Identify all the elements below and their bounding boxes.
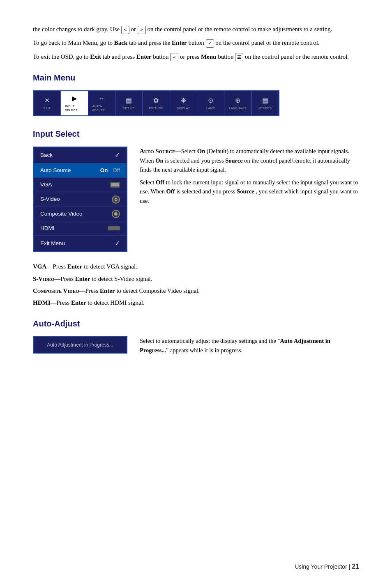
intro-section: the color changes to dark gray. Use < or… bbox=[33, 25, 359, 62]
setup-icon: ▤ bbox=[126, 96, 132, 106]
page-footer: Using Your Projector | 21 bbox=[295, 562, 359, 572]
menu-item-display[interactable]: ❋ DISPLAY bbox=[170, 91, 197, 115]
menu-item-input-select[interactable]: ▶ INPUT SELECT bbox=[61, 91, 88, 115]
picture-icon: ✿ bbox=[153, 96, 159, 106]
auto-adjust-description: Select to automatically adjust the displ… bbox=[140, 336, 359, 355]
input-select-panel: Back ✓ Auto Source On Off VGA S-Video ⊙ bbox=[33, 147, 127, 253]
menu-item-language[interactable]: ⊕ LANGUAGE bbox=[224, 91, 251, 115]
composite-row[interactable]: Composite Video bbox=[34, 207, 127, 221]
intro-para-2: To go back to Main Menu, go to Back tab … bbox=[33, 38, 359, 48]
exit-menu-row[interactable]: Exit Menu ✓ bbox=[34, 236, 127, 251]
others-icon: ▤ bbox=[262, 96, 268, 106]
auto-adjust-label: AUTO-ADJUST bbox=[92, 104, 111, 113]
input-select-icon: ▶ bbox=[72, 94, 77, 103]
language-label: LANGUAGE bbox=[229, 106, 247, 111]
svideo-feature-line: S-Video—Press Enter to detect S-Video si… bbox=[33, 274, 359, 284]
auto-source-value: On Off bbox=[100, 166, 120, 175]
auto-source-label: Auto Source bbox=[40, 166, 71, 175]
auto-source-desc-p1: Auto Source—Select On (Default) to autom… bbox=[140, 147, 359, 175]
svideo-row[interactable]: S-Video ⊙ bbox=[34, 192, 127, 207]
auto-source-desc-p2: Select Off to lock the current input sig… bbox=[140, 178, 359, 205]
left-arrow-icon: < bbox=[121, 26, 129, 34]
auto-adjustment-progress-label: Auto Adjustment in Progress... bbox=[47, 341, 113, 349]
auto-source-description: Auto Source—Select On (Default) to autom… bbox=[140, 147, 359, 253]
display-label: DISPLAY bbox=[177, 106, 190, 111]
intro-para-3: To exit the OSD, go to Exit tab and pres… bbox=[33, 52, 359, 62]
footer-separator: | bbox=[347, 563, 352, 570]
exit-menu-check: ✓ bbox=[115, 239, 120, 248]
off-label: Off bbox=[113, 167, 120, 173]
menu-icon-btn: ☰ bbox=[235, 53, 243, 61]
hdmi-feature-line: HDMI—Press Enter to detect HDMI signal. bbox=[33, 298, 359, 308]
composite-feature-term: Composite Video bbox=[33, 287, 79, 294]
menu-item-auto-adjust[interactable]: ↔ AUTO-ADJUST bbox=[88, 91, 115, 115]
feature-lines-section: VGA—Press Enter to detect VGA signal. S-… bbox=[33, 262, 359, 308]
composite-connector-icon bbox=[112, 210, 120, 218]
vga-feature-line: VGA—Press Enter to detect VGA signal. bbox=[33, 262, 359, 271]
menu-item-others[interactable]: ▤ OTHERS bbox=[252, 91, 279, 115]
svideo-label: S-Video bbox=[40, 195, 60, 203]
menu-item-setup[interactable]: ▤ SET UP bbox=[115, 91, 143, 115]
exit-icon: ✕ bbox=[44, 96, 50, 106]
input-select-heading: Input Select bbox=[33, 128, 359, 140]
hdmi-feature-term: HDMI bbox=[33, 299, 51, 306]
vga-connector-icon bbox=[110, 182, 120, 188]
on-label: On bbox=[100, 167, 108, 173]
picture-label: PICTURE bbox=[149, 106, 163, 111]
exit-label: EXIT bbox=[44, 106, 51, 111]
back-check: ✓ bbox=[115, 150, 120, 160]
auto-adjust-desc: Select to automatically adjust the displ… bbox=[140, 336, 359, 355]
hdmi-connector-icon bbox=[108, 226, 120, 230]
vga-row[interactable]: VGA bbox=[34, 178, 127, 192]
enter-icon-2: ✓ bbox=[170, 53, 178, 61]
svideo-connector-icon: ⊙ bbox=[112, 195, 120, 204]
auto-source-term: Auto Source bbox=[140, 148, 175, 154]
intro-para-1: the color changes to dark gray. Use < or… bbox=[33, 25, 359, 34]
vga-label: VGA bbox=[40, 181, 52, 189]
hdmi-label: HDMI bbox=[40, 224, 55, 232]
menu-item-picture[interactable]: ✿ PICTURE bbox=[143, 91, 170, 115]
language-icon: ⊕ bbox=[235, 96, 240, 106]
auto-adjust-icon: ↔ bbox=[98, 94, 105, 103]
composite-feature-line: Composite Video—Press Enter to detect Co… bbox=[33, 286, 359, 296]
composite-label: Composite Video bbox=[40, 210, 83, 218]
main-menu-heading: Main Menu bbox=[33, 71, 359, 84]
input-select-layout: Back ✓ Auto Source On Off VGA S-Video ⊙ bbox=[33, 147, 359, 253]
display-icon: ❋ bbox=[181, 96, 186, 106]
footer-text: Using Your Projector bbox=[295, 563, 347, 570]
auto-adjust-heading: Auto-Adjust bbox=[33, 317, 359, 330]
svideo-icon: ⊙ bbox=[112, 195, 120, 204]
auto-adjust-layout: Auto Adjustment in Progress... Select to… bbox=[33, 336, 359, 355]
hdmi-icon bbox=[108, 224, 120, 232]
main-menu-bar: ✕ EXIT ▶ INPUT SELECT ↔ AUTO-ADJUST ▤ SE… bbox=[33, 90, 279, 116]
exit-menu-label: Exit Menu bbox=[40, 239, 65, 248]
menu-item-exit[interactable]: ✕ EXIT bbox=[34, 91, 61, 115]
lamp-icon: ⊙ bbox=[208, 96, 213, 106]
setup-label: SET UP bbox=[123, 106, 135, 111]
back-row[interactable]: Back ✓ bbox=[34, 147, 127, 163]
auto-adjustment-progress-box: Auto Adjustment in Progress... bbox=[33, 336, 127, 354]
hdmi-row[interactable]: HDMI bbox=[34, 221, 127, 236]
vga-feature-term: VGA bbox=[33, 263, 46, 270]
auto-source-row[interactable]: Auto Source On Off bbox=[34, 163, 127, 178]
menu-item-lamp[interactable]: ⊙ LAMP bbox=[197, 91, 224, 115]
page-number: 21 bbox=[352, 563, 359, 570]
input-select-label: INPUT SELECT bbox=[65, 104, 83, 113]
right-arrow-icon: > bbox=[138, 26, 146, 34]
enter-icon-1: ✓ bbox=[206, 39, 214, 48]
others-label: OTHERS bbox=[258, 106, 272, 111]
vga-icon bbox=[110, 181, 120, 189]
lamp-label: LAMP bbox=[206, 106, 215, 111]
back-label: Back bbox=[40, 151, 53, 159]
composite-icon bbox=[112, 210, 120, 218]
svideo-feature-term: S-Video bbox=[33, 276, 54, 282]
